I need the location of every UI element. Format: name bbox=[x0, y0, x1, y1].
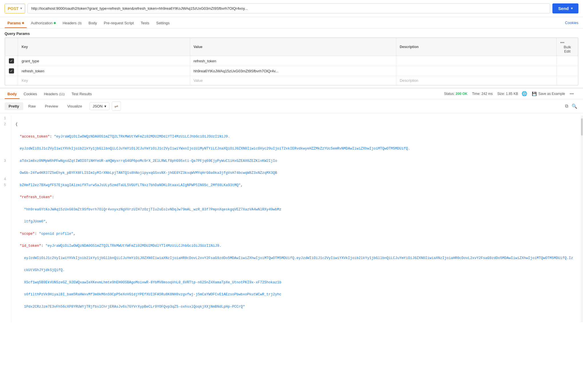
save-icon: 💾 bbox=[532, 91, 537, 96]
tab-prerequest[interactable]: Pre-request Script bbox=[101, 17, 137, 28]
row1-key[interactable]: grant_type bbox=[18, 56, 190, 66]
copy-button[interactable]: ⧉ bbox=[564, 102, 569, 110]
bulk-edit-button[interactable]: Bulk Edit bbox=[560, 45, 574, 53]
scrollbar-thumb[interactable] bbox=[581, 118, 583, 136]
tab-headers[interactable]: Headers (9) bbox=[60, 17, 85, 28]
empty-key[interactable]: Key bbox=[18, 76, 190, 85]
response-actions: 🌐 💾 Save as Example ••• bbox=[519, 90, 578, 97]
send-chevron-icon: ▾ bbox=[571, 7, 573, 10]
row1-desc[interactable] bbox=[396, 56, 557, 66]
scrollbar[interactable] bbox=[581, 116, 583, 322]
tab-settings-label: Settings bbox=[156, 21, 170, 25]
json-toolbar: Pretty Raw Preview Visualize JSON ▾ ⇌ ⧉ … bbox=[0, 99, 583, 113]
tab-tests[interactable]: Tests bbox=[138, 17, 152, 28]
row1-value[interactable]: refresh_token bbox=[190, 56, 396, 66]
query-params-title: Query Params bbox=[0, 29, 583, 37]
response-headers-badge: (11) bbox=[59, 92, 65, 96]
line-numbers: 1 2 3 4 5 bbox=[0, 116, 11, 322]
method-chevron-icon: ▾ bbox=[20, 7, 22, 10]
tab-prerequest-label: Pre-request Script bbox=[104, 21, 134, 25]
tab-body[interactable]: Body bbox=[85, 17, 100, 28]
view-tab-visualize[interactable]: Visualize bbox=[63, 102, 86, 110]
col-key: Key bbox=[18, 38, 190, 56]
response-status-bar: Status: 200 OK Time: 242 ms Size: 1.85 K… bbox=[444, 89, 518, 99]
tab-test-results[interactable]: Test Results bbox=[69, 88, 95, 99]
time-value: 242 ms bbox=[481, 92, 493, 96]
format-chevron-icon: ▾ bbox=[104, 104, 106, 108]
tab-tests-label: Tests bbox=[141, 21, 149, 25]
row2-desc[interactable] bbox=[396, 66, 557, 76]
empty-desc[interactable]: Description bbox=[396, 76, 557, 85]
table-row: ✓ refresh_token hh9rea6YtKoJWAq15zUxG03m… bbox=[5, 66, 578, 76]
table-row-empty: Key Value Description bbox=[5, 76, 578, 85]
tab-params[interactable]: Params bbox=[5, 17, 27, 28]
table-row: ✓ grant_type refresh_token bbox=[5, 56, 578, 66]
tab-response-headers[interactable]: Headers (11) bbox=[41, 88, 67, 99]
view-tab-pretty[interactable]: Pretty bbox=[5, 102, 23, 110]
more-options-icon[interactable]: ••• bbox=[560, 40, 564, 45]
globe-icon: 🌐 bbox=[522, 91, 527, 96]
wrap-icon: ⇌ bbox=[114, 104, 118, 109]
tab-response-cookies[interactable]: Cookies bbox=[21, 88, 40, 99]
response-tabs: Body Cookies Headers (11) Test Results S… bbox=[0, 88, 583, 99]
tab-headers-label: Headers bbox=[63, 21, 77, 25]
headers-badge: (9) bbox=[78, 21, 81, 25]
format-label: JSON bbox=[93, 104, 103, 108]
tab-authorization-label: Authorization bbox=[31, 21, 53, 25]
authorization-dot bbox=[54, 22, 56, 24]
time-label: Time: 242 ms bbox=[472, 92, 493, 96]
search-button[interactable]: 🔍 bbox=[570, 102, 578, 110]
send-label: Send bbox=[558, 6, 569, 11]
send-button[interactable]: Send ▾ bbox=[552, 3, 578, 13]
params-table: Key Value Description ••• Bulk Edit ✓ gr… bbox=[5, 38, 578, 85]
row1-checkbox[interactable]: ✓ bbox=[9, 58, 14, 63]
empty-value[interactable]: Value bbox=[190, 76, 396, 85]
tab-body-label: Body bbox=[88, 21, 97, 25]
code-area: 1 2 3 4 5 { "access_token": "eyJraWQiOiI… bbox=[0, 113, 583, 325]
request-tabs: Params Authorization Headers (9) Body Pr… bbox=[0, 17, 583, 29]
params-dot bbox=[22, 22, 24, 24]
status-label: Status: 200 OK bbox=[444, 92, 467, 96]
format-select[interactable]: JSON ▾ bbox=[89, 102, 110, 110]
size-label: Size: 1.85 KB bbox=[497, 92, 518, 96]
json-content: { "access_token": "eyJraWQiOiIwOWQzNDA0O… bbox=[11, 116, 581, 322]
tab-authorization[interactable]: Authorization bbox=[28, 17, 59, 28]
row2-key[interactable]: refresh_token bbox=[18, 66, 190, 76]
col-checkbox bbox=[5, 38, 18, 56]
response-section: Body Cookies Headers (11) Test Results S… bbox=[0, 88, 583, 325]
row2-value[interactable]: hh9rea6YtKoJWAq15zUxG03mZt9Sfbvrh7OlQr4v… bbox=[190, 66, 396, 76]
save-example-label: Save as Example bbox=[538, 92, 565, 96]
method-label: POST bbox=[8, 6, 19, 11]
tab-params-label: Params bbox=[7, 21, 21, 25]
view-tab-raw[interactable]: Raw bbox=[24, 102, 40, 110]
view-tab-preview[interactable]: Preview bbox=[41, 102, 62, 110]
wrap-lines-button[interactable]: ⇌ bbox=[112, 102, 121, 111]
tab-response-cookies-label: Cookies bbox=[24, 92, 37, 96]
tab-response-body-label: Body bbox=[7, 92, 17, 96]
col-description: Description bbox=[396, 38, 557, 56]
tab-response-body[interactable]: Body bbox=[5, 88, 20, 99]
save-example-button[interactable]: 💾 Save as Example bbox=[530, 90, 567, 97]
url-input[interactable] bbox=[27, 3, 550, 13]
tab-settings[interactable]: Settings bbox=[153, 17, 172, 28]
size-value: 1.85 KB bbox=[506, 92, 518, 96]
cookies-link[interactable]: Cookies bbox=[565, 17, 578, 28]
col-value: Value bbox=[190, 38, 396, 56]
tab-response-headers-label: Headers bbox=[44, 92, 58, 96]
row2-checkbox[interactable]: ✓ bbox=[9, 68, 14, 73]
tab-test-results-label: Test Results bbox=[71, 92, 92, 96]
col-bulk-edit: ••• Bulk Edit bbox=[557, 38, 578, 56]
url-bar: POST ▾ Send ▾ bbox=[0, 0, 583, 17]
method-select[interactable]: POST ▾ bbox=[5, 4, 25, 13]
response-more-icon[interactable]: ••• bbox=[570, 91, 574, 96]
params-table-wrapper: Key Value Description ••• Bulk Edit ✓ gr… bbox=[5, 37, 578, 85]
status-value: 200 OK bbox=[456, 92, 467, 96]
